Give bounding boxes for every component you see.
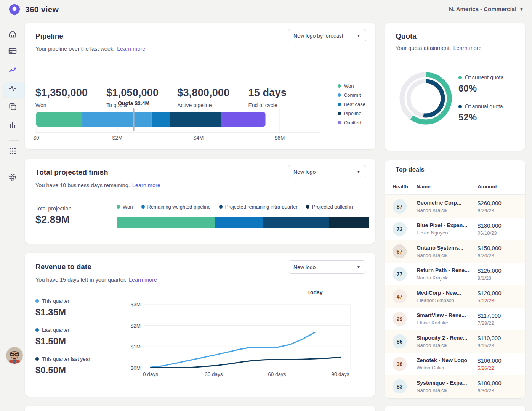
svg-text:$2M: $2M <box>112 135 122 141</box>
deal-amount: $180,000 <box>478 222 525 229</box>
health-score-badge: 83 <box>393 379 407 393</box>
deal-close-date: 6/29/23 <box>478 208 525 214</box>
legend-dot <box>458 76 462 79</box>
stat-value: 15 days <box>248 87 286 99</box>
sidebar-item-apps[interactable] <box>8 146 18 156</box>
quota-learn-more-link[interactable]: Learn more <box>453 45 481 51</box>
amount-cell: $117,0007/28/22 <box>478 312 525 326</box>
table-row[interactable]: 87Geometric Corp...Nando Krajcik$260,000… <box>385 195 525 218</box>
top-bar: 360 view N. America - Commercial ▼ <box>0 0 532 20</box>
sidebar-item-activity[interactable] <box>8 83 18 93</box>
trending-up-icon <box>8 65 18 75</box>
deal-owner: Wilton Colier <box>417 365 478 371</box>
projected-filter-dropdown[interactable]: New logo ▼ <box>288 165 366 178</box>
sidebar-divider <box>9 164 19 164</box>
user-avatar[interactable] <box>6 347 23 364</box>
svg-text:90 days: 90 days <box>331 371 349 377</box>
deal-amount: $120,000 <box>478 290 525 296</box>
pipeline-forecast-dropdown[interactable]: New logo by forecast ▼ <box>288 29 366 42</box>
region-selector[interactable]: N. America - Commercial ▼ <box>449 6 524 12</box>
table-row[interactable]: 67Ontario Systems...Nando Krajcik$150,00… <box>385 240 525 263</box>
svg-text:$2M: $2M <box>131 323 141 329</box>
quota-card: Quota Your quota attainment.Learn more O… <box>385 23 525 151</box>
health-cell: 77 <box>393 267 417 281</box>
revenue-line-chart: $0M$1M$2M$3M0 days30 days60 days90 daysT… <box>124 289 360 382</box>
projected-legend: WonRemaining weighted pipelineProjected … <box>117 204 353 210</box>
sidebar-item-settings[interactable] <box>8 172 18 182</box>
name-cell: Geometric Corp...Nando Krajcik <box>417 200 478 213</box>
svg-text:Quota $2.4M: Quota $2.4M <box>118 100 149 106</box>
top-deals-card: Top deals Health Name Amount 87Geometric… <box>385 160 525 398</box>
legend-dot <box>306 205 309 209</box>
projected-card-title: Total projected finish <box>35 168 108 177</box>
partial-card-bottom-left <box>25 406 375 411</box>
legend-label: Best case <box>344 101 365 107</box>
health-score-badge: 47 <box>393 289 407 303</box>
sidebar-item-workspaces[interactable] <box>8 102 18 112</box>
svg-text:0 days: 0 days <box>143 371 158 377</box>
this-quarter-label: This quarter <box>35 298 69 304</box>
projected-learn-more-link[interactable]: Learn more <box>132 182 160 188</box>
health-cell: 72 <box>393 222 417 236</box>
sidebar-item-accounts[interactable] <box>8 46 18 56</box>
deal-name: Blue Pixel - Expan... <box>417 222 478 228</box>
partial-card-bottom-right <box>385 406 525 411</box>
projected-bar-segment <box>329 217 369 228</box>
projected-finish-card: Total projected finish You have 10 busin… <box>25 159 375 244</box>
revenue-card: Revenue to date You have 15 days left in… <box>25 253 375 397</box>
projected-bar-segment <box>117 217 215 228</box>
projected-bar-segment <box>215 217 263 228</box>
column-header-health: Health <box>393 184 417 189</box>
stat-value: $3,800,000 <box>177 87 229 99</box>
health-cell: 38 <box>393 357 417 371</box>
svg-text:60 days: 60 days <box>268 371 286 377</box>
deal-amount: $100,000 <box>478 380 525 386</box>
table-row[interactable]: 86Shipocity 2 - Rene...Nando Krajcik$110… <box>385 330 525 353</box>
pipeline-card-subtitle: Your pipeline over the last week.Learn m… <box>35 46 145 52</box>
name-cell: Blue Pixel - Expan...Leslie Nguyen <box>417 222 478 236</box>
home-icon <box>8 29 18 39</box>
this-quarter-last-year-label: This quarter last year <box>35 356 90 362</box>
last-quarter-value: $1.50M <box>35 336 66 347</box>
deal-owner: Eloise Kerluke <box>417 320 478 326</box>
deal-close-date: 6/20/23 <box>478 253 525 258</box>
sidebar-item-home[interactable] <box>8 29 18 39</box>
pipeline-learn-more-link[interactable]: Learn more <box>117 46 145 52</box>
deal-owner: Nando Krajcik <box>417 275 478 281</box>
table-row[interactable]: 77Return Path - Rene...Nando Krajcik$125… <box>385 263 525 285</box>
legend-item: Pipeline <box>338 111 365 116</box>
legend-dot <box>35 357 39 361</box>
quota-card-subtitle: Your quota attainment.Learn more <box>396 45 482 51</box>
name-cell: SmartView - Rene...Eloise Kerluke <box>417 312 478 326</box>
table-row[interactable]: 29SmartView - Rene...Eloise Kerluke$117,… <box>385 308 525 330</box>
svg-text:Today: Today <box>307 289 322 295</box>
health-cell: 29 <box>393 312 417 326</box>
table-row[interactable]: 38Zenotek - New LogoWilton Colier$106,00… <box>385 353 525 375</box>
legend-dot <box>35 328 39 332</box>
sidebar-item-reports[interactable] <box>8 120 18 130</box>
current-quota-value: 60% <box>458 83 477 94</box>
svg-text:30 days: 30 days <box>205 371 223 377</box>
legend-label: Projected remaining intra-quarter <box>225 204 298 210</box>
health-score-badge: 72 <box>393 222 407 236</box>
this-quarter-last-year-value: $0.50M <box>35 365 66 376</box>
sidebar-item-trends[interactable] <box>8 65 18 75</box>
stat-value: $1,350,000 <box>35 87 88 99</box>
name-cell: Zenotek - New LogoWilton Colier <box>417 357 478 371</box>
amount-cell: $180,00006/18/23 <box>478 222 525 236</box>
deal-close-date: 6/30/23 <box>478 388 525 393</box>
legend-dot <box>219 205 223 209</box>
deal-close-date: 8/1/23 <box>478 275 525 281</box>
legend-label: Won <box>344 83 354 89</box>
health-score-badge: 29 <box>393 312 407 326</box>
svg-text:$3M: $3M <box>131 302 141 307</box>
revenue-learn-more-link[interactable]: Learn more <box>129 277 157 283</box>
table-row[interactable]: 47MediCorp - New...Eleanor Simpson$120,0… <box>385 285 525 308</box>
table-row[interactable]: 72Blue Pixel - Expan...Leslie Nguyen$180… <box>385 218 525 240</box>
projected-bar-segment <box>263 217 329 228</box>
revenue-filter-dropdown[interactable]: New logo ▼ <box>288 260 366 274</box>
table-row[interactable]: 83Systemque - Expa...Nando Krajcik$100,0… <box>385 375 525 398</box>
app-logo-icon <box>8 3 21 18</box>
top-deals-rows: 87Geometric Corp...Nando Krajcik$260,000… <box>385 195 525 398</box>
grid-dots-icon <box>8 146 18 156</box>
